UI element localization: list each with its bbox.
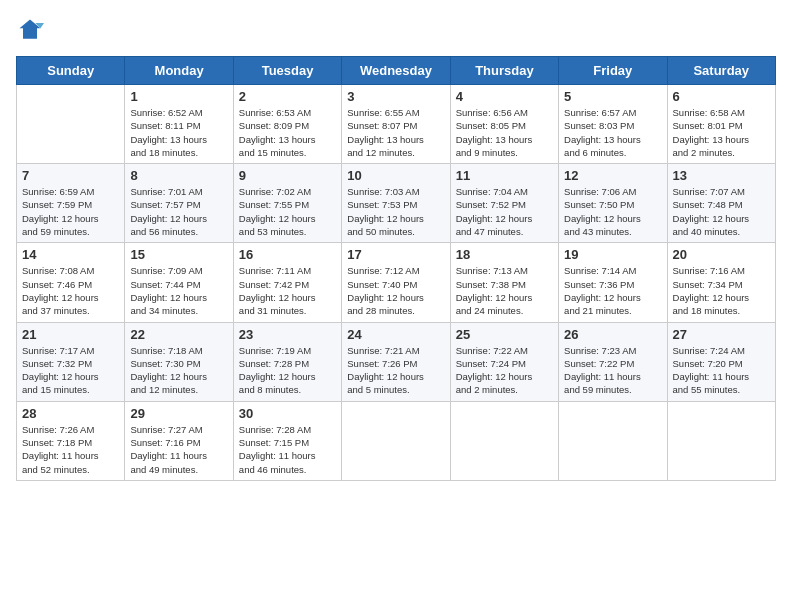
day-info: Sunrise: 7:16 AM Sunset: 7:34 PM Dayligh… — [673, 264, 770, 317]
calendar-header-monday: Monday — [125, 57, 233, 85]
calendar-cell: 25Sunrise: 7:22 AM Sunset: 7:24 PM Dayli… — [450, 322, 558, 401]
day-info: Sunrise: 7:02 AM Sunset: 7:55 PM Dayligh… — [239, 185, 336, 238]
calendar-cell: 7Sunrise: 6:59 AM Sunset: 7:59 PM Daylig… — [17, 164, 125, 243]
calendar-cell: 24Sunrise: 7:21 AM Sunset: 7:26 PM Dayli… — [342, 322, 450, 401]
day-info: Sunrise: 7:19 AM Sunset: 7:28 PM Dayligh… — [239, 344, 336, 397]
calendar-cell: 16Sunrise: 7:11 AM Sunset: 7:42 PM Dayli… — [233, 243, 341, 322]
calendar-table: SundayMondayTuesdayWednesdayThursdayFrid… — [16, 56, 776, 481]
day-number: 6 — [673, 89, 770, 104]
calendar-cell — [667, 401, 775, 480]
day-info: Sunrise: 7:22 AM Sunset: 7:24 PM Dayligh… — [456, 344, 553, 397]
calendar-cell: 18Sunrise: 7:13 AM Sunset: 7:38 PM Dayli… — [450, 243, 558, 322]
calendar-cell: 14Sunrise: 7:08 AM Sunset: 7:46 PM Dayli… — [17, 243, 125, 322]
day-number: 17 — [347, 247, 444, 262]
calendar-cell: 17Sunrise: 7:12 AM Sunset: 7:40 PM Dayli… — [342, 243, 450, 322]
day-number: 27 — [673, 327, 770, 342]
calendar-cell: 1Sunrise: 6:52 AM Sunset: 8:11 PM Daylig… — [125, 85, 233, 164]
calendar-cell — [342, 401, 450, 480]
calendar-header-sunday: Sunday — [17, 57, 125, 85]
calendar-cell: 19Sunrise: 7:14 AM Sunset: 7:36 PM Dayli… — [559, 243, 667, 322]
day-info: Sunrise: 7:21 AM Sunset: 7:26 PM Dayligh… — [347, 344, 444, 397]
calendar-cell: 20Sunrise: 7:16 AM Sunset: 7:34 PM Dayli… — [667, 243, 775, 322]
calendar-cell: 15Sunrise: 7:09 AM Sunset: 7:44 PM Dayli… — [125, 243, 233, 322]
calendar-cell: 11Sunrise: 7:04 AM Sunset: 7:52 PM Dayli… — [450, 164, 558, 243]
day-info: Sunrise: 6:52 AM Sunset: 8:11 PM Dayligh… — [130, 106, 227, 159]
day-number: 15 — [130, 247, 227, 262]
calendar-cell: 23Sunrise: 7:19 AM Sunset: 7:28 PM Dayli… — [233, 322, 341, 401]
day-number: 24 — [347, 327, 444, 342]
day-info: Sunrise: 7:13 AM Sunset: 7:38 PM Dayligh… — [456, 264, 553, 317]
calendar-cell: 9Sunrise: 7:02 AM Sunset: 7:55 PM Daylig… — [233, 164, 341, 243]
day-info: Sunrise: 7:04 AM Sunset: 7:52 PM Dayligh… — [456, 185, 553, 238]
day-number: 3 — [347, 89, 444, 104]
day-info: Sunrise: 7:14 AM Sunset: 7:36 PM Dayligh… — [564, 264, 661, 317]
calendar-cell: 22Sunrise: 7:18 AM Sunset: 7:30 PM Dayli… — [125, 322, 233, 401]
day-number: 2 — [239, 89, 336, 104]
day-number: 18 — [456, 247, 553, 262]
calendar-header-thursday: Thursday — [450, 57, 558, 85]
calendar-body: 1Sunrise: 6:52 AM Sunset: 8:11 PM Daylig… — [17, 85, 776, 481]
day-info: Sunrise: 7:01 AM Sunset: 7:57 PM Dayligh… — [130, 185, 227, 238]
calendar-cell — [559, 401, 667, 480]
day-number: 20 — [673, 247, 770, 262]
calendar-cell: 5Sunrise: 6:57 AM Sunset: 8:03 PM Daylig… — [559, 85, 667, 164]
day-info: Sunrise: 7:18 AM Sunset: 7:30 PM Dayligh… — [130, 344, 227, 397]
calendar-cell — [450, 401, 558, 480]
day-number: 4 — [456, 89, 553, 104]
day-info: Sunrise: 6:55 AM Sunset: 8:07 PM Dayligh… — [347, 106, 444, 159]
day-number: 26 — [564, 327, 661, 342]
svg-marker-0 — [20, 20, 41, 39]
day-number: 8 — [130, 168, 227, 183]
day-number: 19 — [564, 247, 661, 262]
calendar-cell: 28Sunrise: 7:26 AM Sunset: 7:18 PM Dayli… — [17, 401, 125, 480]
calendar-cell: 4Sunrise: 6:56 AM Sunset: 8:05 PM Daylig… — [450, 85, 558, 164]
day-number: 9 — [239, 168, 336, 183]
day-number: 29 — [130, 406, 227, 421]
logo — [16, 16, 48, 44]
day-info: Sunrise: 7:06 AM Sunset: 7:50 PM Dayligh… — [564, 185, 661, 238]
day-number: 14 — [22, 247, 119, 262]
day-info: Sunrise: 6:56 AM Sunset: 8:05 PM Dayligh… — [456, 106, 553, 159]
calendar-header-friday: Friday — [559, 57, 667, 85]
calendar-header-saturday: Saturday — [667, 57, 775, 85]
day-number: 23 — [239, 327, 336, 342]
calendar-cell: 10Sunrise: 7:03 AM Sunset: 7:53 PM Dayli… — [342, 164, 450, 243]
calendar-cell: 2Sunrise: 6:53 AM Sunset: 8:09 PM Daylig… — [233, 85, 341, 164]
page-header — [16, 16, 776, 44]
day-info: Sunrise: 6:58 AM Sunset: 8:01 PM Dayligh… — [673, 106, 770, 159]
calendar-cell: 30Sunrise: 7:28 AM Sunset: 7:15 PM Dayli… — [233, 401, 341, 480]
calendar-header-wednesday: Wednesday — [342, 57, 450, 85]
calendar-cell: 6Sunrise: 6:58 AM Sunset: 8:01 PM Daylig… — [667, 85, 775, 164]
calendar-cell: 3Sunrise: 6:55 AM Sunset: 8:07 PM Daylig… — [342, 85, 450, 164]
day-info: Sunrise: 7:23 AM Sunset: 7:22 PM Dayligh… — [564, 344, 661, 397]
calendar-cell: 12Sunrise: 7:06 AM Sunset: 7:50 PM Dayli… — [559, 164, 667, 243]
day-info: Sunrise: 7:03 AM Sunset: 7:53 PM Dayligh… — [347, 185, 444, 238]
calendar-week-row: 28Sunrise: 7:26 AM Sunset: 7:18 PM Dayli… — [17, 401, 776, 480]
calendar-cell: 27Sunrise: 7:24 AM Sunset: 7:20 PM Dayli… — [667, 322, 775, 401]
calendar-header-tuesday: Tuesday — [233, 57, 341, 85]
day-number: 5 — [564, 89, 661, 104]
calendar-cell: 21Sunrise: 7:17 AM Sunset: 7:32 PM Dayli… — [17, 322, 125, 401]
day-info: Sunrise: 7:17 AM Sunset: 7:32 PM Dayligh… — [22, 344, 119, 397]
day-info: Sunrise: 7:12 AM Sunset: 7:40 PM Dayligh… — [347, 264, 444, 317]
calendar-week-row: 21Sunrise: 7:17 AM Sunset: 7:32 PM Dayli… — [17, 322, 776, 401]
day-info: Sunrise: 7:27 AM Sunset: 7:16 PM Dayligh… — [130, 423, 227, 476]
day-number: 30 — [239, 406, 336, 421]
day-info: Sunrise: 7:11 AM Sunset: 7:42 PM Dayligh… — [239, 264, 336, 317]
calendar-cell: 29Sunrise: 7:27 AM Sunset: 7:16 PM Dayli… — [125, 401, 233, 480]
day-info: Sunrise: 7:07 AM Sunset: 7:48 PM Dayligh… — [673, 185, 770, 238]
calendar-cell: 8Sunrise: 7:01 AM Sunset: 7:57 PM Daylig… — [125, 164, 233, 243]
day-number: 11 — [456, 168, 553, 183]
day-number: 21 — [22, 327, 119, 342]
calendar-week-row: 7Sunrise: 6:59 AM Sunset: 7:59 PM Daylig… — [17, 164, 776, 243]
day-number: 13 — [673, 168, 770, 183]
calendar-cell: 26Sunrise: 7:23 AM Sunset: 7:22 PM Dayli… — [559, 322, 667, 401]
day-info: Sunrise: 6:53 AM Sunset: 8:09 PM Dayligh… — [239, 106, 336, 159]
day-number: 16 — [239, 247, 336, 262]
logo-icon — [16, 16, 44, 44]
day-number: 10 — [347, 168, 444, 183]
calendar-cell: 13Sunrise: 7:07 AM Sunset: 7:48 PM Dayli… — [667, 164, 775, 243]
calendar-week-row: 1Sunrise: 6:52 AM Sunset: 8:11 PM Daylig… — [17, 85, 776, 164]
day-number: 22 — [130, 327, 227, 342]
day-info: Sunrise: 7:24 AM Sunset: 7:20 PM Dayligh… — [673, 344, 770, 397]
